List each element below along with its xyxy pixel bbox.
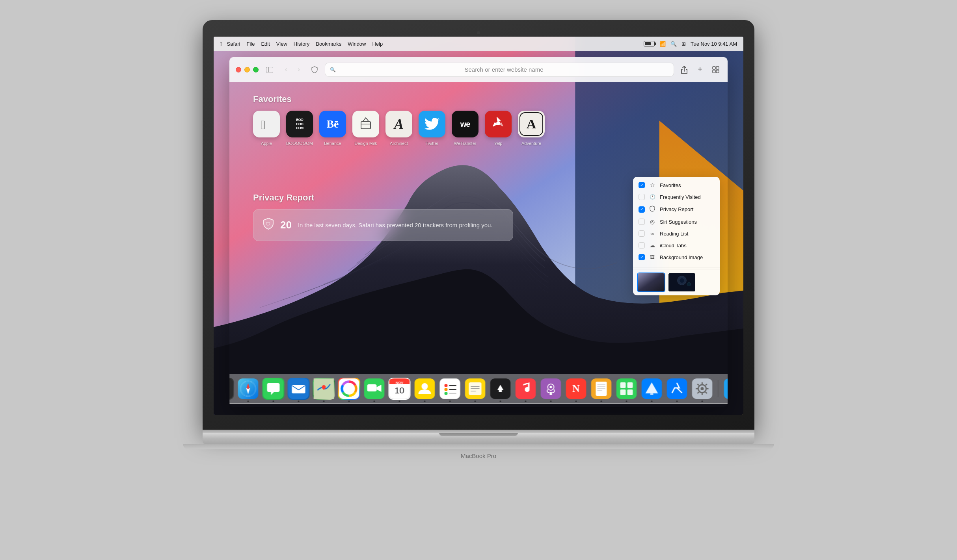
- sidebar-button[interactable]: [263, 65, 276, 75]
- fav-icon-apple: : [253, 111, 280, 137]
- bg-thumb-1[interactable]: [637, 273, 665, 292]
- dock-item-news[interactable]: N: [565, 378, 587, 400]
- fav-item-archinect[interactable]: A Archinect: [385, 111, 412, 146]
- fav-item-behance[interactable]: Bē Behance: [319, 111, 346, 146]
- nav-buttons: ‹ ›: [281, 64, 304, 75]
- svg-rect-6: [716, 67, 719, 69]
- checkbox-background-image[interactable]: ✓: [639, 254, 645, 260]
- dropdown-item-favorites[interactable]: ✓ ☆ Favorites: [633, 179, 720, 191]
- menubar-edit[interactable]: Edit: [261, 41, 270, 47]
- new-tab-button[interactable]: +: [694, 64, 706, 75]
- battery-icon: [644, 41, 655, 46]
- dock-item-keynote[interactable]: [641, 378, 663, 400]
- minimize-button[interactable]: [244, 67, 250, 72]
- dock-item-mail[interactable]: [288, 378, 310, 400]
- apple-menu-icon[interactable]: : [220, 41, 222, 47]
- svg-rect-10: [361, 122, 371, 129]
- svg-rect-89: [650, 393, 654, 395]
- laptop-bottom: [183, 444, 774, 449]
- svg-rect-7: [713, 70, 715, 73]
- address-bar[interactable]: 🔍 Search or enter website name: [325, 63, 674, 77]
- tab-overview-button[interactable]: [710, 64, 721, 75]
- svg-point-93: [701, 387, 704, 390]
- checkbox-icloud-tabs[interactable]: [639, 242, 645, 248]
- fav-icon-adventure: A: [518, 111, 545, 137]
- privacy-report-content: 🛡 20 In the last seven days, Safari has …: [263, 217, 503, 233]
- fav-item-twitter[interactable]: Twitter: [419, 111, 445, 146]
- dropdown-item-reading-list[interactable]: ∞ Reading List: [633, 228, 720, 239]
- dock-item-messages[interactable]: [263, 378, 285, 400]
- forward-button[interactable]: ›: [293, 64, 304, 75]
- back-button[interactable]: ‹: [281, 64, 292, 75]
- privacy-shield-large-icon: 🛡: [263, 217, 274, 233]
- search-icon[interactable]: 🔍: [670, 41, 677, 47]
- menubar-safari[interactable]: Safari: [227, 41, 240, 47]
- fav-item-apple[interactable]:  Apple: [253, 111, 280, 146]
- menubar-help[interactable]: Help: [372, 41, 383, 47]
- fav-icon-yelp: [485, 111, 512, 137]
- menubar-history[interactable]: History: [294, 41, 309, 47]
- svg-rect-24: [229, 378, 233, 399]
- menubar-file[interactable]: File: [246, 41, 255, 47]
- checkbox-siri-suggestions[interactable]: [639, 219, 645, 225]
- dock-item-appletv[interactable]: [490, 378, 512, 400]
- dock-item-podcasts[interactable]: [540, 378, 562, 400]
- maximize-button[interactable]: [253, 67, 259, 72]
- dock-item-systemprefs[interactable]: [691, 378, 713, 400]
- dock-item-numbers[interactable]: [616, 378, 638, 400]
- privacy-shield-btn[interactable]: [309, 64, 320, 75]
- dock-item-safari[interactable]: [237, 378, 259, 400]
- dropdown-item-icloud-tabs[interactable]: ☁ iCloud Tabs: [633, 239, 720, 251]
- svg-point-54: [422, 383, 428, 389]
- control-center-icon[interactable]: ⊞: [681, 41, 686, 47]
- dock-item-music[interactable]: [515, 378, 537, 400]
- checkbox-frequently-visited[interactable]: [639, 194, 645, 200]
- dropdown-item-background-image[interactable]: ✓ 🖼 Background Image: [633, 251, 720, 263]
- dock-item-calendar[interactable]: NOV 10: [389, 378, 411, 400]
- bg-thumb-1-preview: [638, 273, 665, 291]
- svg-text:: : [261, 118, 265, 132]
- fav-item-boooom[interactable]: BOOOOOOOM BOOOOOOM: [286, 111, 313, 146]
- dropdown-item-frequently-visited[interactable]: 🕐 Frequently Visited: [633, 191, 720, 203]
- dock-item-maps[interactable]: [313, 378, 335, 400]
- dock-item-facetime[interactable]: [363, 378, 385, 400]
- close-button[interactable]: [236, 67, 241, 72]
- fav-item-wetransfer[interactable]: we WeTransfer: [452, 111, 478, 146]
- bg-thumb-2-preview: [668, 273, 695, 291]
- dock-item-airdrop[interactable]: [723, 378, 728, 400]
- fav-label-behance: Behance: [324, 141, 341, 146]
- fav-item-designmilk[interactable]: Design Milk: [352, 111, 379, 146]
- checkbox-privacy-report[interactable]: ✓: [639, 206, 645, 213]
- dock-item-pages[interactable]: [590, 378, 613, 400]
- dock-item-appstore[interactable]: [666, 378, 688, 400]
- dock-item-notes[interactable]: [464, 378, 486, 400]
- checkbox-favorites[interactable]: ✓: [639, 182, 645, 188]
- menubar-view[interactable]: View: [276, 41, 287, 47]
- favorites-grid:  Apple BOOOOOOOM BOOOOOOM: [253, 111, 545, 146]
- svg-text:🛡: 🛡: [266, 221, 270, 227]
- svg-point-60: [445, 392, 448, 395]
- dock-item-launchpad[interactable]: [229, 378, 234, 400]
- menubar-window[interactable]: Window: [348, 41, 366, 47]
- traffic-lights: [236, 67, 259, 72]
- privacy-report-description: In the last seven days, Safari has preve…: [298, 222, 503, 228]
- svg-rect-84: [627, 382, 633, 388]
- svg-rect-55: [440, 378, 460, 399]
- share-button[interactable]: [679, 64, 690, 75]
- dock-item-reminders[interactable]: [439, 378, 461, 400]
- dock-item-contacts[interactable]: [414, 378, 436, 400]
- menubar-bookmarks[interactable]: Bookmarks: [316, 41, 341, 47]
- bg-thumb-2[interactable]: [668, 273, 696, 292]
- dock-item-photos[interactable]: [338, 378, 360, 400]
- svg-point-17: [680, 278, 684, 283]
- svg-rect-68: [499, 390, 502, 392]
- dropdown-label-frequently-visited: Frequently Visited: [660, 194, 701, 200]
- menubar:  Safari File Edit View History Bookmark…: [214, 37, 743, 51]
- dropdown-item-siri-suggestions[interactable]: ◎ Siri Suggestions: [633, 216, 720, 228]
- fav-label-boooom: BOOOOOOM: [286, 141, 313, 146]
- checkbox-reading-list[interactable]: [639, 230, 645, 237]
- fav-item-yelp[interactable]: Yelp: [485, 111, 512, 146]
- fav-item-adventure[interactable]: A Adventure: [518, 111, 545, 146]
- laptop-shell:  Safari File Edit View History Bookmark…: [203, 20, 754, 540]
- dropdown-item-privacy-report[interactable]: ✓ Privacy Report: [633, 203, 720, 216]
